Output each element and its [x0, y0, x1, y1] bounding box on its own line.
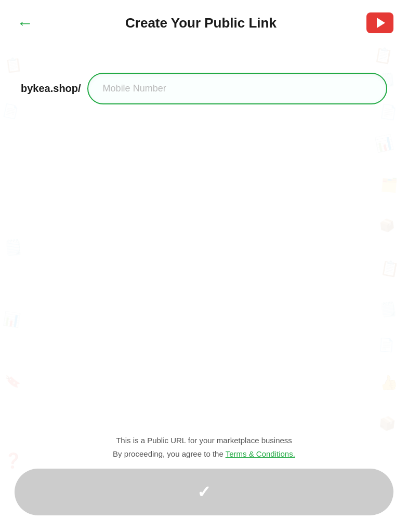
- youtube-button[interactable]: [366, 12, 393, 33]
- agree-text: By proceeding, you agree to the Terms & …: [15, 447, 393, 461]
- header: ← Create Your Public Link: [0, 0, 408, 42]
- url-input-row: bykea.shop/: [21, 73, 387, 104]
- mobile-number-input[interactable]: [87, 73, 387, 104]
- back-arrow-icon: ←: [17, 15, 33, 31]
- page-title: Create Your Public Link: [35, 15, 366, 31]
- play-icon: [377, 18, 385, 28]
- main-content: bykea.shop/: [0, 42, 408, 104]
- checkmark-icon: ✓: [197, 482, 211, 502]
- info-text: This is a Public URL for your marketplac…: [15, 434, 393, 447]
- terms-link[interactable]: Terms & Conditions.: [226, 449, 295, 458]
- domain-label: bykea.shop/: [21, 83, 81, 95]
- confirm-button[interactable]: ✓: [15, 469, 393, 515]
- back-button[interactable]: ←: [15, 12, 35, 33]
- footer-text: This is a Public URL for your marketplac…: [15, 434, 393, 460]
- footer-section: This is a Public URL for your marketplac…: [0, 434, 408, 532]
